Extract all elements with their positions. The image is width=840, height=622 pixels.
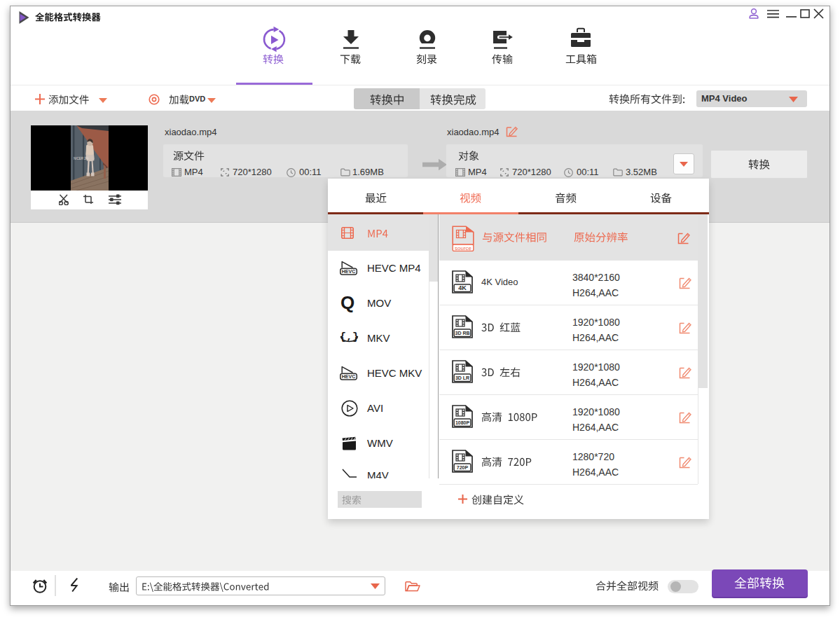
svg-text:3D RB: 3D RB [455,331,469,336]
svg-text:NICER 2%: NICER 2% [74,157,89,160]
svg-text:HEVC: HEVC [342,374,355,379]
svg-text:4K: 4K [458,284,467,291]
svg-text:HEVC: HEVC [342,269,355,274]
svg-text:3D LR: 3D LR [455,375,469,380]
svg-text:source: source [455,245,472,251]
svg-text:Q: Q [340,294,354,312]
svg-text:1080P: 1080P [455,420,470,425]
svg-text:{,}: {,} [340,331,359,343]
svg-text:720P: 720P [457,465,469,470]
